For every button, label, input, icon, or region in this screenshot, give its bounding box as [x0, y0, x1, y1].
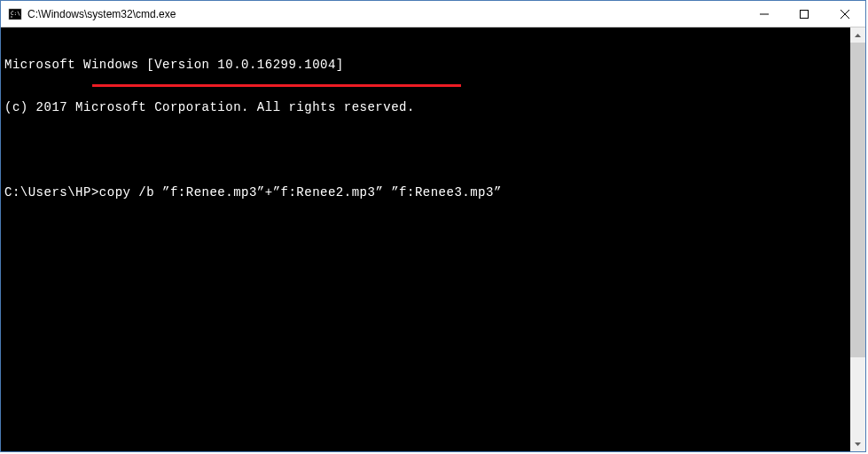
terminal-line: (c) 2017 Microsoft Corporation. All righ… [4, 100, 847, 114]
scroll-track[interactable] [850, 43, 865, 436]
terminal[interactable]: Microsoft Windows [Version 10.0.16299.10… [1, 27, 850, 451]
terminal-command-line: C:\Users\HP>copy /b ”f:Renee.mp3”+”f:Ren… [4, 185, 847, 200]
svg-text:C:\: C:\ [11, 10, 20, 16]
terminal-line [4, 143, 847, 157]
terminal-area: Microsoft Windows [Version 10.0.16299.10… [1, 27, 865, 451]
red-underline-annotation [92, 84, 461, 87]
terminal-line: Microsoft Windows [Version 10.0.16299.10… [4, 58, 847, 72]
window-controls [744, 1, 865, 27]
titlebar[interactable]: C:\ C:\Windows\system32\cmd.exe [1, 1, 865, 27]
minimize-button[interactable] [744, 1, 784, 27]
command-text: copy /b ”f:Renee.mp3”+”f:Renee2.mp3” ”f:… [99, 185, 502, 200]
scroll-up-arrow-icon[interactable] [850, 27, 865, 43]
cmd-window: C:\ C:\Windows\system32\cmd.exe Microsof… [0, 0, 866, 452]
vertical-scrollbar[interactable] [850, 27, 865, 451]
window-title: C:\Windows\system32\cmd.exe [27, 8, 744, 20]
scroll-down-arrow-icon[interactable] [850, 436, 865, 451]
close-button[interactable] [824, 1, 865, 27]
prompt: C:\Users\HP> [4, 185, 99, 200]
scroll-thumb[interactable] [850, 43, 865, 357]
svg-rect-3 [800, 10, 808, 18]
cmd-icon: C:\ [8, 7, 22, 21]
maximize-button[interactable] [784, 1, 824, 27]
